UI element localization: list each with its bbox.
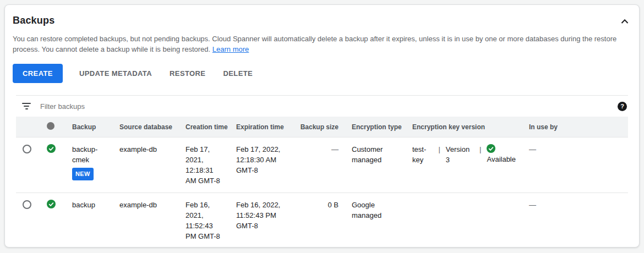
key-name: test-key (412, 144, 433, 165)
key-version: Version 3 (446, 144, 474, 165)
filter-list-icon[interactable] (21, 103, 31, 109)
backups-panel: Backups You can restore completed backup… (4, 4, 640, 248)
source-database-cell: example-db (113, 193, 179, 248)
separator: | (438, 144, 440, 165)
encryption-type-cell: Customer managed (345, 138, 406, 193)
description-text: You can restore completed backups, but n… (13, 35, 616, 53)
in-use-by-cell: — (522, 193, 628, 248)
table-row: backup example-db Feb 16, 2021, 11:52:43… (16, 193, 628, 248)
new-badge: NEW (72, 168, 94, 180)
encryption-key-version-cell: test-key | Version 3 | Available (406, 138, 522, 193)
success-check-icon (47, 200, 56, 208)
collapse-panel-button[interactable] (619, 16, 630, 29)
expiration-time-cell: Feb 17, 2022, 12:18:30 AM GMT-8 (230, 138, 292, 193)
row-select-radio[interactable] (23, 200, 31, 209)
action-toolbar: CREATE UPDATE METADATA RESTORE DELETE (5, 54, 639, 95)
encryption-type-cell: Google managed (345, 193, 406, 248)
creation-time-cell: Feb 17, 2021, 12:18:31 AM GMT-8 (179, 138, 230, 193)
encryption-key-version-column-header: Encryption key version (406, 117, 522, 138)
success-check-icon (47, 144, 56, 153)
panel-description: You can restore completed backups, but n… (5, 29, 639, 54)
chevron-up-icon (620, 19, 629, 28)
separator: | (479, 144, 481, 165)
status-circle-icon (47, 122, 54, 130)
learn-more-link[interactable]: Learn more (212, 45, 249, 53)
creation-time-cell: Feb 16, 2021, 11:52:43 PM GMT-8 (179, 193, 230, 248)
row-select-radio[interactable] (23, 145, 31, 153)
encryption-key-version-cell (406, 193, 522, 248)
expiration-time-cell: Feb 16, 2022, 11:52:43 PM GMT-8 (230, 193, 292, 248)
backup-name: backup (66, 193, 113, 248)
expiration-time-column-header: Expiration time (230, 117, 292, 138)
backups-table: Backup Source database Creation time Exp… (16, 117, 628, 248)
table-header-row: Backup Source database Creation time Exp… (16, 117, 628, 138)
backup-size-cell: — (292, 138, 345, 193)
key-status: Available (487, 144, 516, 165)
update-metadata-button[interactable]: UPDATE METADATA (78, 64, 153, 83)
backup-size-column-header: Backup size (292, 117, 345, 138)
success-check-icon (487, 144, 495, 153)
backup-name: backup-cmek (72, 144, 106, 165)
key-status-label: Available (487, 155, 516, 163)
status-column-header (40, 117, 66, 138)
in-use-by-column-header: In use by (522, 117, 628, 138)
filter-backups-input[interactable] (40, 102, 611, 111)
backup-size-cell: 0 B (292, 193, 345, 248)
table-row: backup-cmek NEW example-db Feb 17, 2021,… (16, 138, 628, 193)
select-column-header (16, 117, 40, 138)
backups-table-card: ? Backup Source database Creation time E… (16, 95, 628, 248)
delete-button[interactable]: DELETE (222, 64, 254, 83)
panel-header: Backups (5, 5, 639, 29)
page-title: Backups (13, 15, 54, 26)
help-icon[interactable]: ? (618, 102, 627, 111)
restore-button[interactable]: RESTORE (168, 64, 206, 83)
source-database-cell: example-db (113, 138, 179, 193)
filter-bar: ? (16, 96, 628, 117)
in-use-by-cell: — (522, 138, 628, 193)
encryption-type-column-header: Encryption type (345, 117, 406, 138)
source-database-column-header: Source database (113, 117, 179, 138)
creation-time-column-header: Creation time (179, 117, 230, 138)
backup-column-header: Backup (66, 117, 113, 138)
create-button[interactable]: CREATE (13, 64, 63, 83)
